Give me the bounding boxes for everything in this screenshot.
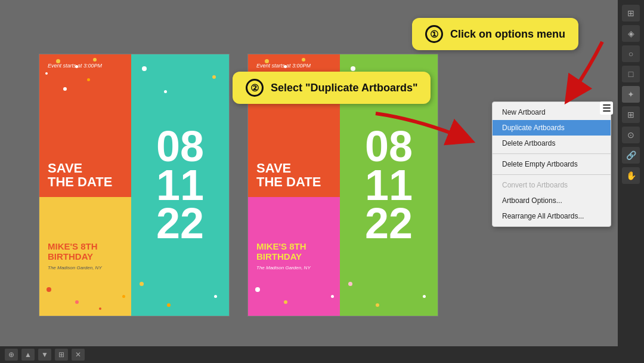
num-08-1: 08 (156, 127, 204, 166)
sidebar-tool-transform[interactable]: ⊙ (622, 127, 640, 143)
toolbar-down[interactable]: ▼ (38, 349, 51, 361)
toolbar-delete[interactable]: ✕ (72, 349, 85, 361)
num-11-1: 11 (156, 166, 204, 205)
num-22-1: 22 (156, 204, 204, 243)
location-2: The Madison Garden, NY (256, 265, 332, 270)
sidebar-tool-align[interactable]: ⊞ (622, 106, 640, 123)
context-menu: New Artboard Duplicate Artboards Delete … (492, 101, 611, 227)
save-date-2: SAVETHE DATE (256, 161, 321, 189)
tooltip-1-text: Click on options menu (450, 28, 565, 41)
sidebar-tool-links[interactable]: 🔗 (622, 147, 640, 164)
sidebar-tool-layers[interactable]: ◈ (622, 25, 640, 42)
step-1-circle: ① (425, 25, 443, 43)
artboard-1-top-panel: Event starts at 3:00PM SAVETHE DATE (39, 54, 131, 197)
birthday-name-1: MIKE'S 8THBIRTHDAY (48, 242, 123, 262)
toolbar-up[interactable]: ▲ (21, 349, 35, 361)
sidebar-tool-hand[interactable]: ✋ (622, 167, 640, 184)
toolbar-add[interactable]: ⊕ (5, 349, 18, 361)
num-11-2: 11 (365, 166, 413, 205)
artboard-2-bottom-panel: MIKE'S 8THBIRTHDAY The Madison Garden, N… (248, 197, 340, 316)
menu-convert: Convert to Artboards (493, 177, 611, 193)
event-time-1: Event starts at 3:00PM (48, 63, 102, 69)
num-22-2: 22 (365, 204, 413, 243)
step-2-circle: ② (246, 79, 264, 97)
save-date-1: SAVETHE DATE (48, 161, 112, 189)
right-sidebar: ⊞ ◈ ○ □ ✦ ⊞ ⊙ 🔗 ✋ (618, 0, 644, 363)
tooltip-2: ② Select "Duplicate Artboards" (233, 72, 431, 104)
arrow-2 (370, 101, 477, 161)
artboard-1-right: 08 11 22 (131, 54, 229, 316)
sidebar-tool-artboards[interactable]: ✦ (622, 86, 640, 103)
artboard-1-bottom-panel: MIKE'S 8THBIRTHDAY The Madison Garden, N… (39, 197, 131, 316)
menu-delete-artboards[interactable]: Delete Artboards (493, 136, 611, 151)
artboard-1-left: Event starts at 3:00PM SAVETHE DATE MIKE… (39, 54, 131, 316)
tooltip-1: ① Click on options menu (412, 18, 578, 50)
menu-duplicate-artboards[interactable]: Duplicate Artboards (493, 120, 611, 136)
menu-delete-empty[interactable]: Delete Empty Artboards (493, 156, 611, 172)
menu-rearrange[interactable]: Rearrange All Artboards... (493, 208, 611, 224)
bottom-toolbar: ⊕ ▲ ▼ ⊞ ✕ (0, 346, 618, 363)
menu-divider-1 (493, 153, 611, 154)
sidebar-tool-square[interactable]: □ (622, 66, 640, 82)
sidebar-tool-grid[interactable]: ⊞ (622, 5, 640, 21)
tooltip-2-text: Select "Duplicate Artboards" (271, 82, 417, 94)
toolbar-grid[interactable]: ⊞ (55, 349, 68, 361)
event-time-2: Event starts at 3:00PM (256, 63, 311, 69)
artboard-1: Event starts at 3:00PM SAVETHE DATE MIKE… (39, 54, 230, 316)
birthday-name-2: MIKE'S 8THBIRTHDAY (256, 242, 332, 262)
menu-artboard-options[interactable]: Artboard Options... (493, 193, 611, 208)
location-1: The Madison Garden, NY (48, 265, 123, 270)
menu-divider-2 (493, 174, 611, 175)
sidebar-tool-circle[interactable]: ○ (622, 45, 640, 62)
